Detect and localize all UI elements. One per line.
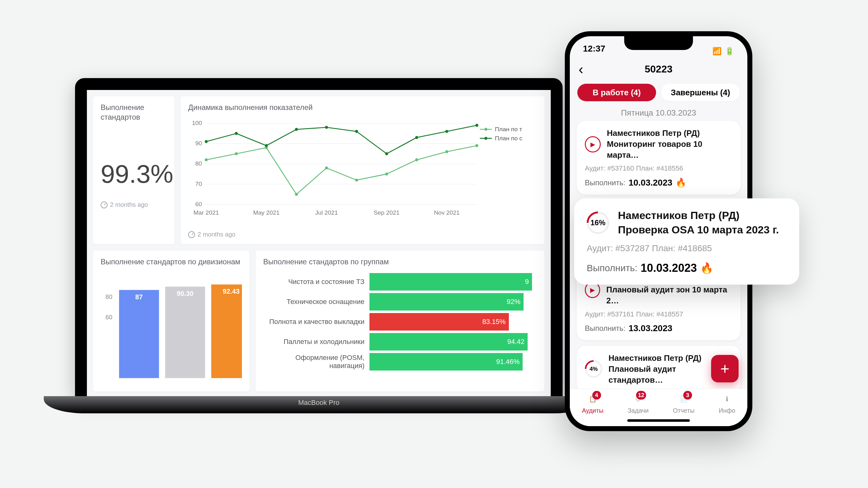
svg-point-31 — [385, 152, 388, 155]
svg-point-21 — [385, 172, 388, 175]
tab-Инфо[interactable]: ℹ Инфо — [719, 393, 735, 426]
play-icon: ▶ — [585, 136, 601, 153]
svg-rect-45 — [165, 287, 205, 378]
svg-text:60: 60 — [105, 314, 112, 321]
due-date: 10.03.2023 — [641, 261, 697, 274]
groups-bar-fill: 9 — [369, 273, 532, 291]
detail-lines: Наместников Петр (РД) Проверка OSA 10 ма… — [618, 208, 779, 237]
svg-text:92.43: 92.43 — [223, 287, 240, 295]
groups-bar-track: 92% — [369, 293, 537, 311]
status-time: 12:37 — [583, 44, 606, 59]
groups-bar-track: 91.46% — [369, 353, 537, 370]
svg-text:90.30: 90.30 — [177, 290, 193, 297]
line-chart-footer-text: 2 months ago — [197, 231, 235, 238]
tab-badge: 12 — [636, 391, 646, 399]
svg-point-25 — [205, 140, 208, 143]
svg-point-15 — [205, 158, 208, 162]
svg-text:80: 80 — [105, 293, 112, 300]
progress-ring: 16% — [582, 207, 614, 239]
svg-point-36 — [485, 128, 488, 131]
groups-bar-track: 83.15% — [369, 313, 537, 330]
svg-point-24 — [475, 144, 478, 148]
detail-due: Выполнить: 10.03.2023 🔥 — [587, 261, 787, 274]
svg-rect-47 — [211, 285, 242, 378]
groups-bar-fill: 83.15% — [369, 313, 509, 330]
detail-line2: Проверка OSA 10 марта 2023 г. — [618, 223, 779, 237]
svg-point-18 — [295, 193, 298, 196]
svg-text:90: 90 — [195, 140, 202, 147]
progress-pct: 16% — [590, 218, 606, 227]
svg-text:60: 60 — [195, 201, 202, 207]
svg-point-22 — [415, 158, 418, 162]
home-indicator — [627, 419, 690, 422]
fire-icon: 🔥 — [700, 262, 713, 274]
groups-bar-fill: 92% — [369, 293, 524, 311]
due-label: Выполнить: — [585, 178, 625, 187]
groups-bar-row: Техническое оснащение 92% — [263, 293, 537, 311]
audit-card[interactable]: ▶ Наместников Петр (РД) Мониторинг товар… — [577, 121, 741, 195]
svg-point-39 — [485, 137, 488, 140]
groups-chart-title: Выполнение стандартов по группам — [263, 257, 537, 266]
kpi-card: Выполнение стандартов 99.3% 2 months ago — [93, 96, 175, 244]
audit-detail-card[interactable]: 16% Наместников Петр (РД) Проверка OSA 1… — [574, 198, 799, 285]
audit-line1: Наместников Петр (РД) — [607, 128, 732, 139]
kpi-footer: 2 months ago — [101, 201, 167, 208]
line-chart-title: Динамика выполнения показателей — [188, 102, 537, 112]
tab-label: Задачи — [628, 407, 649, 414]
signal-icon: 📶 — [712, 47, 722, 56]
svg-point-26 — [235, 132, 238, 135]
svg-point-30 — [355, 130, 358, 133]
svg-point-19 — [325, 166, 328, 170]
kpi-footer-text: 2 months ago — [110, 201, 148, 208]
notch — [624, 36, 693, 50]
due-label: Выполнить: — [587, 263, 637, 273]
clock-icon — [188, 231, 195, 238]
svg-text:Nov 2021: Nov 2021 — [434, 209, 460, 216]
segment-in-progress[interactable]: В работе (4) — [577, 84, 656, 101]
laptop-base: MacBook Pro — [44, 396, 594, 413]
due-date: 10.03.2023 — [628, 178, 672, 188]
svg-text:Jul 2021: Jul 2021 — [315, 209, 338, 216]
tab-icon: ℹ — [721, 393, 733, 405]
groups-bar-label: Оформление (POSM, навигация) — [263, 354, 369, 370]
tab-label: Инфо — [719, 407, 735, 414]
tab-label: Аудиты — [582, 407, 603, 414]
clock-icon — [101, 201, 107, 208]
detail-meta: Аудит: #537287 План: #418685 — [587, 243, 787, 253]
dashboard: Выполнение стандартов 99.3% 2 months ago… — [87, 90, 551, 396]
tab-label: Отчеты — [673, 407, 694, 414]
svg-point-16 — [235, 152, 238, 155]
back-button[interactable]: ‹ — [579, 61, 583, 77]
svg-text:80: 80 — [195, 161, 202, 167]
svg-text:Mar 2021: Mar 2021 — [193, 209, 219, 216]
screen-title: 50223 — [645, 63, 673, 75]
audit-meta: Аудит: #537161 План: #418557 — [585, 310, 732, 318]
add-button[interactable]: + — [711, 355, 739, 382]
division-chart-title: Выполнение стандартов по дивизионам — [101, 257, 242, 266]
kpi-title: Выполнение стандартов — [101, 102, 167, 122]
laptop-bezel: Выполнение стандартов 99.3% 2 months ago… — [75, 78, 563, 396]
laptop-mockup: Выполнение стандартов 99.3% 2 months ago… — [44, 78, 594, 413]
svg-point-27 — [265, 144, 268, 148]
svg-text:100: 100 — [192, 120, 202, 127]
due-date: 13.03.2023 — [628, 323, 672, 333]
line-chart: 60708090100Mar 2021May 2021Jul 2021Sep 2… — [188, 119, 537, 218]
groups-bar-row: Полнота и качество выкладки 83.15% — [263, 313, 537, 331]
groups-bar-track: 94.42 — [369, 333, 537, 351]
svg-point-32 — [415, 136, 418, 139]
audit-due: Выполнить: 13.03.2023 — [585, 323, 732, 333]
tab-badge: 3 — [683, 391, 692, 399]
svg-text:План по с: План по с — [495, 135, 522, 141]
audit-line2: Мониторинг товаров 10 марта… — [607, 139, 732, 161]
tab-Аудиты[interactable]: 📋 Аудиты 4 — [582, 393, 603, 426]
screen-header: ‹ 50223 — [570, 59, 747, 79]
svg-rect-43 — [119, 290, 159, 378]
svg-point-20 — [355, 179, 358, 182]
segment-completed[interactable]: Завершены (4) — [661, 84, 740, 101]
division-chart-card: Выполнение стандартов по дивизионам 6080… — [93, 251, 249, 391]
svg-point-29 — [325, 126, 328, 129]
kpi-value: 99.3% — [101, 159, 167, 189]
svg-point-28 — [295, 128, 298, 131]
svg-text:Sep 2021: Sep 2021 — [374, 209, 399, 216]
groups-bar-fill: 94.42 — [369, 333, 528, 351]
